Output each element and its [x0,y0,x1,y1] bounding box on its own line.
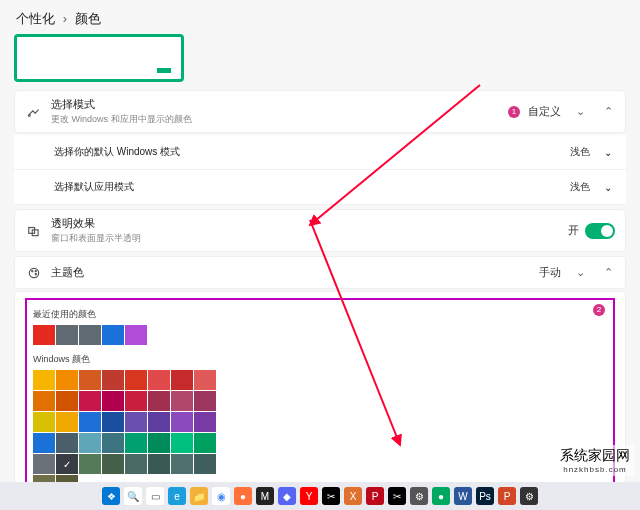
color-swatch[interactable] [102,391,124,411]
color-swatch[interactable] [125,391,147,411]
color-swatch[interactable] [33,454,55,474]
pinterest-icon[interactable]: P [366,487,384,505]
mobaxterm-icon[interactable]: M [256,487,274,505]
app-mode-dropdown[interactable]: 浅色 ⌄ [566,178,616,196]
theme-preview [14,34,184,82]
transparency-toggle[interactable] [585,223,615,239]
color-swatch[interactable] [125,433,147,453]
chrome-icon[interactable]: ◉ [212,487,230,505]
annotation-badge-1: 1 [508,106,520,118]
search-icon[interactable]: 🔍 [124,487,142,505]
color-swatch[interactable] [56,454,78,474]
svg-point-3 [29,268,38,277]
windows-mode-dropdown[interactable]: 浅色 ⌄ [566,143,616,161]
color-swatch[interactable] [102,412,124,432]
svg-point-6 [35,273,36,274]
accent-dropdown[interactable]: 手动 ⌄ [535,263,591,282]
row-subtitle: 更改 Windows 和应用中显示的颜色 [51,113,508,126]
capcut-icon[interactable]: ✂ [322,487,340,505]
color-swatch[interactable] [194,433,216,453]
color-swatch[interactable] [102,370,124,390]
row-transparency: 透明效果 窗口和表面显示半透明 开 [14,209,626,252]
color-swatch[interactable] [125,370,147,390]
settings-icon[interactable]: ⚙ [410,487,428,505]
app-icon[interactable]: ● [432,487,450,505]
x-icon[interactable]: X [344,487,362,505]
word-icon[interactable]: W [454,487,472,505]
firefox-icon[interactable]: ● [234,487,252,505]
color-swatch[interactable] [171,412,193,432]
taskbar[interactable]: ❖🔍▭e📁◉●M◆Y✂XP✂⚙●WPsP⚙ [0,482,640,510]
color-swatch[interactable] [148,391,170,411]
powerpoint-icon[interactable]: P [498,487,516,505]
color-swatch[interactable] [56,370,78,390]
color-swatch[interactable] [148,454,170,474]
task-view-icon[interactable]: ▭ [146,487,164,505]
annotation-badge-2: 2 [593,304,605,316]
color-swatch[interactable] [125,454,147,474]
color-swatch[interactable] [102,433,124,453]
watermark: 系统家园网 hnzkhbsb.com [556,445,634,476]
edge-icon[interactable]: e [168,487,186,505]
breadcrumb-current: 颜色 [75,11,101,26]
color-swatch[interactable] [102,454,124,474]
color-swatch[interactable] [33,325,55,345]
color-swatch[interactable] [171,454,193,474]
mode-dropdown[interactable]: 自定义 ⌄ [524,102,591,121]
color-swatch[interactable] [171,433,193,453]
color-swatch[interactable] [194,454,216,474]
recent-colors-label: 最近使用的颜色 [33,308,607,321]
color-swatch[interactable] [33,391,55,411]
chevron-down-icon: ⌄ [573,105,587,118]
chevron-up-icon[interactable]: ⌃ [601,266,615,279]
color-swatch[interactable] [148,412,170,432]
color-swatch[interactable] [33,433,55,453]
start-icon[interactable]: ❖ [102,487,120,505]
color-swatch[interactable] [56,391,78,411]
color-swatch[interactable] [171,391,193,411]
row-title: 选择模式 [51,97,508,112]
color-swatch[interactable] [79,412,101,432]
color-swatch[interactable] [33,370,55,390]
color-swatch[interactable] [79,433,101,453]
color-swatch[interactable] [56,325,78,345]
windows-colors-grid [33,370,607,495]
color-swatch[interactable] [56,412,78,432]
color-swatch[interactable] [148,433,170,453]
row-app-mode: 选择默认应用模式 浅色 ⌄ [14,170,626,205]
breadcrumb: 个性化 › 颜色 [14,0,626,34]
row-windows-mode: 选择你的默认 Windows 模式 浅色 ⌄ [14,135,626,170]
photoshop-icon[interactable]: Ps [476,487,494,505]
row-choose-mode[interactable]: 选择模式 更改 Windows 和应用中显示的颜色 1 自定义 ⌄ ⌃ [14,90,626,133]
discord-icon[interactable]: ◆ [278,487,296,505]
color-swatch[interactable] [79,391,101,411]
row-accent-color[interactable]: 主题色 手动 ⌄ ⌃ [14,256,626,289]
yandex-icon[interactable]: Y [300,487,318,505]
color-swatch[interactable] [79,370,101,390]
svg-point-5 [35,270,36,271]
color-swatch[interactable] [125,325,147,345]
breadcrumb-parent[interactable]: 个性化 [16,11,55,26]
color-swatch[interactable] [194,412,216,432]
gear-icon[interactable]: ⚙ [520,487,538,505]
accent-palette-panel: 2 最近使用的颜色 Windows 颜色 [14,291,626,510]
palette-icon [25,264,43,282]
color-swatch[interactable] [148,370,170,390]
capcut2-icon[interactable]: ✂ [388,487,406,505]
color-swatch[interactable] [171,370,193,390]
color-swatch[interactable] [33,412,55,432]
color-swatch[interactable] [194,391,216,411]
windows-colors-label: Windows 颜色 [33,353,607,366]
row-subtitle: 窗口和表面显示半透明 [51,232,568,245]
color-swatch[interactable] [125,412,147,432]
svg-point-4 [32,270,33,271]
chevron-up-icon[interactable]: ⌃ [601,105,615,118]
color-swatch[interactable] [79,325,101,345]
annotation-highlight-box: 2 最近使用的颜色 Windows 颜色 [25,298,615,504]
explorer-icon[interactable]: 📁 [190,487,208,505]
chevron-down-icon: ⌄ [604,147,612,158]
color-swatch[interactable] [102,325,124,345]
color-swatch[interactable] [79,454,101,474]
color-swatch[interactable] [56,433,78,453]
color-swatch[interactable] [194,370,216,390]
